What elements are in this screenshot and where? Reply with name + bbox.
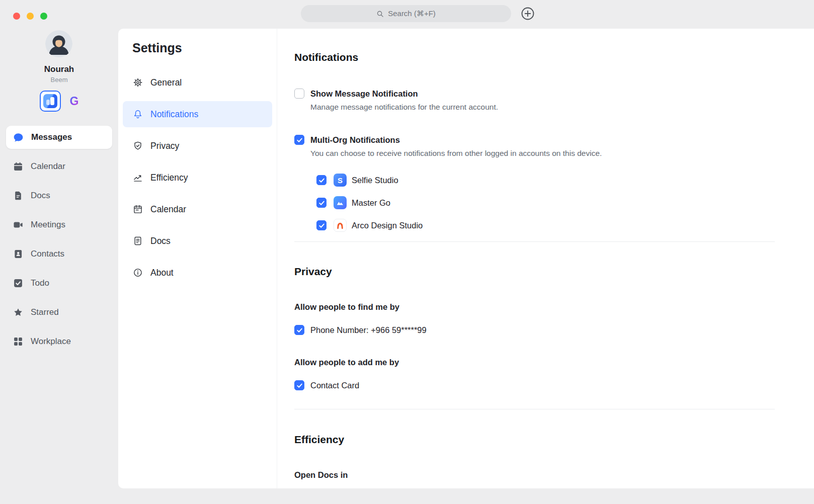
org-option-label: Arco Design Studio: [352, 221, 423, 230]
sidebar-item-messages[interactable]: Messages: [6, 126, 112, 149]
sidebar-item-workplace[interactable]: Workplace: [6, 330, 112, 353]
settings-item-privacy[interactable]: Privacy: [123, 133, 272, 159]
settings-item-label: About: [150, 268, 174, 278]
todo-icon: [13, 278, 23, 288]
sidebar-item-label: Messages: [31, 132, 72, 142]
contact-card-label: Contact Card: [310, 380, 359, 391]
sidebar-item-label: Starred: [31, 307, 59, 317]
meetings-icon: [13, 220, 23, 230]
settings-item-calendar[interactable]: Calendar: [123, 196, 272, 222]
open-docs-in-label: Open Docs in: [294, 469, 814, 480]
app-sidebar: Nourah Beem G Messages Calendar: [0, 21, 118, 504]
settings-nav: Settings General Notifications Privacy: [118, 29, 277, 488]
info-icon: [133, 268, 143, 278]
contact-card-checkbox[interactable]: [294, 380, 304, 390]
show-message-notification-label: Show Message Notification: [310, 88, 418, 99]
calendar-icon: [13, 161, 23, 172]
add-me-by-label: Allow people to add me by: [294, 357, 814, 368]
minimize-window-button[interactable]: [27, 13, 34, 20]
multi-org-notifications-checkbox[interactable]: [294, 135, 304, 145]
settings-item-general[interactable]: General: [123, 69, 272, 96]
settings-item-docs[interactable]: Docs: [123, 228, 272, 254]
star-icon: [13, 307, 23, 317]
section-divider: [294, 241, 775, 242]
sidebar-item-calendar[interactable]: Calendar: [6, 155, 112, 178]
sidebar-item-meetings[interactable]: Meetings: [6, 213, 112, 236]
workplace-icon: [13, 337, 23, 347]
add-button[interactable]: [520, 6, 535, 21]
multi-org-notifications-option: Multi-Org Notifications: [294, 134, 814, 145]
privacy-heading: Privacy: [294, 265, 814, 278]
selfie-studio-app-icon: S: [334, 174, 347, 187]
multi-org-notifications-description: You can choose to receive notifications …: [310, 148, 814, 158]
master-go-checkbox[interactable]: [316, 198, 327, 208]
selfie-studio-checkbox[interactable]: [316, 175, 327, 185]
gear-icon: [133, 77, 143, 88]
settings-item-efficiency[interactable]: Efficiency: [123, 164, 272, 191]
sidebar-item-starred[interactable]: Starred: [6, 301, 112, 324]
settings-item-label: Privacy: [150, 141, 179, 151]
search-input[interactable]: Search (⌘+F): [301, 5, 511, 22]
show-message-notification-checkbox[interactable]: [294, 89, 304, 99]
check-icon: [318, 200, 325, 206]
messages-icon: [13, 132, 24, 143]
phone-number-checkbox[interactable]: [294, 325, 304, 335]
phone-number-label: Phone Number: +966 59*****99: [310, 324, 427, 335]
contacts-icon: [13, 249, 23, 259]
check-icon: [296, 137, 303, 143]
check-icon: [318, 222, 325, 229]
settings-item-label: Efficiency: [150, 173, 188, 183]
settings-panel: Settings General Notifications Privacy: [118, 29, 814, 488]
show-message-notification-option: Show Message Notification: [294, 88, 814, 99]
arco-design-studio-app-icon: [334, 219, 347, 232]
multi-org-list: S Selfie Studio Master Go Arco D: [294, 174, 814, 232]
avatar-image: [45, 30, 72, 57]
org-option-label: Master Go: [352, 198, 390, 208]
settings-item-notifications[interactable]: Notifications: [123, 101, 272, 127]
notifications-heading: Notifications: [294, 51, 814, 64]
efficiency-heading: Efficiency: [294, 433, 814, 446]
avatar[interactable]: [45, 30, 72, 57]
org-switcher: G: [0, 91, 118, 112]
user-org-label: Beem: [0, 76, 118, 83]
sidebar-item-contacts[interactable]: Contacts: [6, 242, 112, 266]
calendar-outline-icon: [133, 204, 143, 214]
settings-item-label: Notifications: [150, 109, 198, 120]
org-option-arco-design-studio: Arco Design Studio: [316, 219, 814, 232]
search-placeholder: Search (⌘+F): [388, 9, 436, 18]
arco-design-studio-checkbox[interactable]: [316, 220, 327, 230]
window-controls: [13, 13, 47, 20]
beem-org-icon: [43, 94, 57, 108]
check-icon: [296, 327, 303, 333]
document-icon: [133, 236, 143, 246]
org-option-label: Selfie Studio: [352, 176, 398, 185]
sidebar-item-todo[interactable]: Todo: [6, 272, 112, 295]
settings-item-about[interactable]: About: [123, 260, 272, 286]
user-name: Nourah: [0, 64, 118, 74]
multi-org-notifications-label: Multi-Org Notifications: [310, 134, 400, 145]
section-divider: [294, 409, 775, 409]
org-beem-button[interactable]: [40, 91, 61, 112]
sidebar-item-label: Calendar: [31, 161, 65, 172]
sidebar-item-label: Todo: [31, 278, 49, 288]
settings-item-label: Docs: [150, 236, 171, 246]
sidebar-item-label: Contacts: [31, 249, 64, 259]
org-option-selfie-studio: S Selfie Studio: [316, 174, 814, 187]
show-message-notification-description: Manage message notifications for the cur…: [310, 102, 814, 112]
master-go-app-icon: [334, 196, 347, 209]
trend-up-icon: [133, 173, 143, 183]
org-g-button[interactable]: G: [70, 96, 79, 107]
phone-number-option: Phone Number: +966 59*****99: [294, 324, 814, 335]
search-icon: [376, 10, 384, 18]
org-option-master-go: Master Go: [316, 196, 814, 209]
docs-icon: [13, 191, 23, 201]
sidebar-item-docs[interactable]: Docs: [6, 184, 112, 207]
close-window-button[interactable]: [13, 13, 20, 20]
check-icon: [318, 177, 325, 184]
sidebar-item-label: Meetings: [31, 220, 65, 230]
sidebar-item-label: Docs: [31, 191, 50, 201]
bell-icon: [133, 109, 143, 119]
settings-item-label: Calendar: [150, 204, 186, 215]
sidebar-nav: Messages Calendar Docs Meetin: [0, 126, 118, 359]
zoom-window-button[interactable]: [40, 13, 47, 20]
